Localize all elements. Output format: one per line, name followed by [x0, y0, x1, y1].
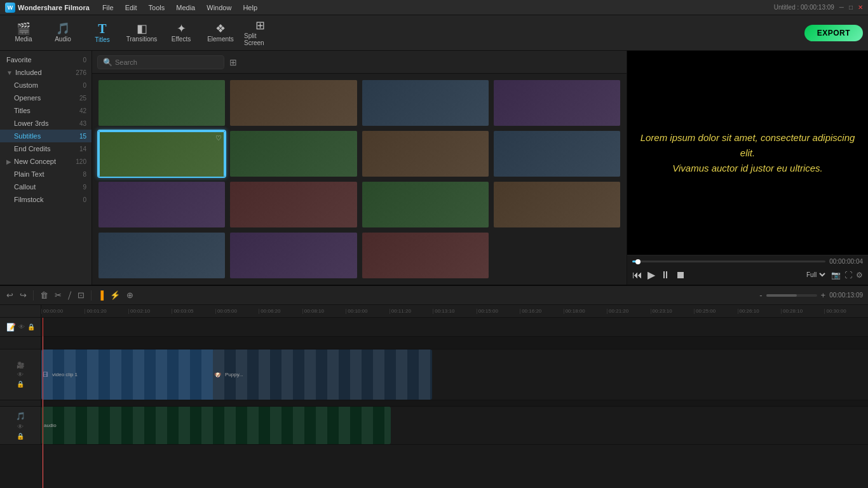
menu-media[interactable]: Media	[171, 3, 200, 13]
zoom-bar[interactable]	[766, 294, 817, 297]
tl-divider-1	[33, 290, 34, 301]
sidebar-item-subtitles[interactable]: Subtitles 15	[0, 130, 92, 142]
thumb-subtitle7[interactable]: Title Subtitle 7	[361, 130, 490, 178]
audio-clip[interactable]: audio	[41, 407, 391, 444]
new-concept-label: New Concept	[14, 158, 56, 165]
thumb-subtitle4[interactable]: Title Subtitle 4	[492, 79, 621, 127]
maximize-btn[interactable]: □	[849, 4, 853, 11]
stop-btn[interactable]: ⏹	[675, 269, 686, 281]
clip-label-1: video clip 1	[50, 372, 80, 377]
eye-icon-aud[interactable]: 👁	[17, 423, 24, 430]
thumb-subtitle13[interactable]: Title Subtitle 13	[97, 231, 226, 280]
search-icon: 🔍	[103, 58, 112, 67]
lock-icon-vid[interactable]: 🔒	[17, 381, 24, 388]
undo-btn[interactable]: ↩	[5, 289, 15, 301]
heart-icon-5[interactable]: ♡	[215, 134, 222, 142]
stabilize-btn[interactable]: ⊕	[125, 289, 135, 301]
lock-icon-sub[interactable]: 🔒	[27, 323, 35, 330]
progress-bar[interactable]	[632, 261, 825, 262]
thumb-subtitle15[interactable]: Title Subtitle 15	[361, 231, 490, 280]
favorite-label: Favorite	[6, 56, 32, 64]
tool-split-screen[interactable]: ⊞ Split Screen	[241, 18, 278, 48]
thumb-subtitle12[interactable]: Title Subtitle 12	[492, 180, 621, 229]
menu-tools[interactable]: Tools	[144, 3, 170, 13]
timeline: ↩ ↪ 🗑 ✂ ⧸ ⊡ ▐ ⚡ ⊕ - + 00:00:13:09 00:00:…	[0, 285, 868, 488]
crop-btn[interactable]: ⊡	[76, 289, 86, 301]
tool-titles[interactable]: T Titles	[84, 18, 121, 48]
thumb-subtitle10[interactable]: Title Subtitle 10	[229, 180, 358, 229]
lock-icon-aud[interactable]: 🔒	[17, 433, 24, 440]
zoom-in-btn[interactable]: +	[820, 289, 827, 301]
sidebar-item-custom[interactable]: Custom 0	[0, 79, 92, 92]
screenshot-btn[interactable]: 📷	[831, 271, 841, 280]
skip-back-btn[interactable]: ⏮	[632, 269, 642, 281]
main-content: Favorite 0 ▼ Included 276 Custom 0 Opene…	[0, 51, 868, 285]
close-btn[interactable]: ✕	[858, 4, 863, 11]
timeline-toolbar: ↩ ↪ 🗑 ✂ ⧸ ⊡ ▐ ⚡ ⊕ - + 00:00:13:09	[0, 286, 868, 305]
speed-btn[interactable]: ⚡	[109, 289, 121, 301]
marker-btn[interactable]: ▐	[97, 289, 105, 301]
subtitles-label: Subtitles	[14, 132, 41, 140]
minimize-btn[interactable]: ─	[839, 4, 844, 11]
sidebar-item-openers[interactable]: Openers 25	[0, 92, 92, 104]
split-btn[interactable]: ⧸	[67, 289, 72, 302]
sidebar-item-new-concept[interactable]: ▶ New Concept 120	[0, 155, 92, 168]
tool-effects[interactable]: ✦ Effects	[163, 18, 200, 48]
track-content-video[interactable]: 🎞 video clip 1 🐶 Puppy...	[41, 349, 868, 400]
thumb-subtitle11[interactable]: Title Subtitle 11	[361, 180, 490, 229]
thumb-subtitle3[interactable]: Title Subtitle 3	[361, 79, 490, 127]
sidebar-item-titles[interactable]: Titles 42	[0, 104, 92, 117]
media-icon: 🎬	[17, 23, 31, 34]
sidebar-item-plain-text[interactable]: Plain Text 8	[0, 168, 92, 180]
thumb-subtitle8[interactable]: Title Subtitle 8	[492, 130, 621, 178]
eye-icon-sub[interactable]: 👁	[18, 323, 25, 330]
tool-media[interactable]: 🎬 Media	[5, 18, 42, 48]
play-btn[interactable]: ▶	[648, 269, 655, 281]
ruler-mark-0: 00:00:00	[41, 309, 85, 314]
sidebar-item-filmstock[interactable]: Filmstock 0	[0, 193, 92, 206]
tool-elements[interactable]: ❖ Elements	[202, 18, 239, 48]
thumb-subtitle9[interactable]: Title Subtitle 9	[97, 180, 226, 229]
video-clip-2[interactable]: 🐶 Puppy...	[213, 349, 432, 400]
thumb-subtitle2[interactable]: Title Subtitle 2	[229, 79, 358, 127]
ruler-mark-10: 00:15:00	[477, 309, 520, 314]
sidebar-item-end-credits[interactable]: End Credits 14	[0, 142, 92, 155]
thumb-subtitle14[interactable]: Title Subtitle 14	[229, 231, 358, 280]
search-input[interactable]	[115, 58, 219, 66]
menu-window[interactable]: Window	[201, 3, 236, 13]
export-button[interactable]: EXPORT	[804, 25, 863, 41]
ruler-mark-16: 00:26:10	[738, 309, 781, 314]
menu-help[interactable]: Help	[238, 3, 262, 13]
callout-count: 9	[83, 184, 86, 191]
fullscreen-btn[interactable]: ⛶	[844, 271, 852, 280]
thumb-subtitle5[interactable]: Title ♡ + Subtitle 5	[97, 130, 226, 178]
sidebar-item-lower3rds[interactable]: Lower 3rds 43	[0, 117, 92, 130]
pause-btn[interactable]: ⏸	[660, 269, 670, 281]
cut-btn[interactable]: ✂	[53, 289, 63, 301]
thumb-subtitle1[interactable]: Title Subtitle 1	[97, 79, 226, 127]
sidebar-item-included[interactable]: ▼ Included 276	[0, 66, 92, 79]
custom-label: Custom	[14, 81, 38, 89]
search-box: 🔍	[97, 55, 224, 69]
lower3rds-count: 43	[79, 120, 86, 127]
menu-edit[interactable]: Edit	[120, 3, 142, 13]
settings-btn[interactable]: ⚙	[856, 271, 863, 280]
eye-icon-vid[interactable]: 👁	[17, 371, 24, 378]
menu-file[interactable]: File	[97, 3, 119, 13]
delete-btn[interactable]: 🗑	[39, 289, 50, 301]
quality-select[interactable]: Full 1/2 1/4	[804, 271, 827, 279]
zoom-out-btn[interactable]: -	[758, 289, 763, 301]
tool-audio[interactable]: 🎵 Audio	[44, 18, 81, 48]
ruler-mark-11: 00:16:20	[520, 309, 563, 314]
tool-transitions[interactable]: ◧ Transitions	[123, 18, 160, 48]
sidebar-item-callout[interactable]: Callout 9	[0, 180, 92, 193]
redo-btn[interactable]: ↪	[18, 289, 28, 301]
thumb-subtitle6[interactable]: Title Subtitle 6	[229, 130, 358, 178]
elements-icon: ❖	[215, 23, 226, 34]
titles-count: 42	[79, 107, 86, 114]
sidebar-item-favorite[interactable]: Favorite 0	[0, 53, 92, 66]
audio-clip-label: audio	[41, 423, 59, 428]
track-row-buffer2	[0, 400, 868, 407]
grid-view-button[interactable]: ⊞	[229, 57, 237, 67]
titles-label: Titles	[14, 107, 31, 114]
